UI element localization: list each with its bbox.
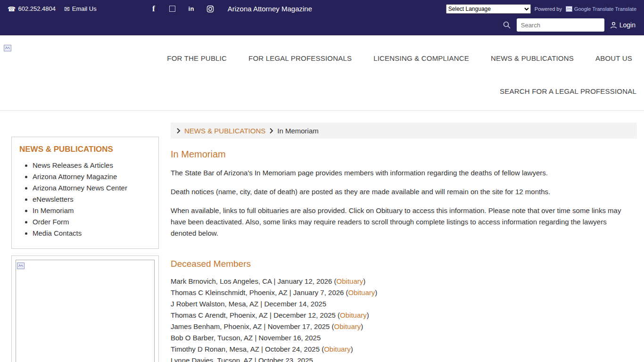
search-input[interactable]: [517, 18, 604, 32]
email-label: Email Us: [72, 5, 97, 12]
nav-item[interactable]: ABOUT US: [595, 54, 632, 62]
contact-block: ☎ 602.252.4804 ✉ Email Us: [8, 5, 97, 13]
email-link[interactable]: ✉ Email Us: [64, 5, 97, 13]
user-icon: [610, 22, 617, 29]
phone-number: 602.252.4804: [18, 5, 56, 12]
sidebar: NEWS & PUBLICATIONS News Releases & Arti…: [11, 137, 159, 362]
member-row: Thomas C Arendt, Phoenix, AZ | December …: [171, 310, 637, 321]
instagram-icon[interactable]: [206, 5, 215, 13]
magazine-title-link[interactable]: Arizona Attorney Magazine: [228, 5, 312, 13]
member-row: Lynne Davies, Tucson, AZ | October 23, 2…: [171, 355, 637, 362]
sidebar-list: News Releases & ArticlesArizona Attorney…: [33, 160, 151, 239]
site-logo-broken-image: [4, 45, 11, 51]
chevron-right-icon: [269, 128, 273, 134]
site-header: FOR THE PUBLICFOR LEGAL PROFESSIONALSLIC…: [0, 35, 644, 111]
intro-paragraph-3: When available, links to full obituaries…: [171, 205, 633, 239]
member-row: J Robert Walston, Mesa, AZ | December 14…: [171, 298, 637, 310]
obituary-link[interactable]: Obituary: [340, 311, 367, 319]
nav-item[interactable]: LICENSING & COMPLIANCE: [373, 54, 469, 62]
translate-widget: Select Language Powered by Google Transl…: [446, 4, 636, 14]
breadcrumb: NEWS & PUBLICATIONS In Memoriam: [171, 123, 637, 139]
search-icon[interactable]: [503, 21, 511, 29]
intro-paragraph-2: Death notices (name, city, date of death…: [171, 186, 633, 197]
facebook-icon[interactable]: f: [149, 5, 158, 13]
deceased-members-heading: Deceased Members: [171, 259, 637, 269]
page-title: In Memoriam: [171, 149, 637, 160]
linkedin-icon[interactable]: in: [187, 5, 196, 13]
nav-item[interactable]: NEWS & PUBLICATIONS: [491, 54, 574, 62]
social-links: f in: [149, 5, 215, 13]
login-label: Login: [619, 21, 636, 29]
topbar: ☎ 602.252.4804 ✉ Email Us f in Arizona A…: [0, 0, 644, 35]
intro-paragraph-1: The State Bar of Arizona's In Memoriam p…: [171, 167, 633, 179]
sidebar-item[interactable]: News Releases & Articles: [33, 160, 151, 171]
obituary-link[interactable]: Obituary: [348, 288, 375, 296]
google-translate-alt-text: Google Translate Translate: [574, 6, 636, 12]
breadcrumb-current: In Memoriam: [277, 127, 319, 135]
page-body: NEWS & PUBLICATIONS News Releases & Arti…: [0, 111, 644, 362]
sidebar-item[interactable]: eNewsletters: [33, 194, 151, 205]
sidebar-item[interactable]: In Memoriam: [33, 205, 151, 216]
chevron-right-icon: [176, 128, 181, 134]
sidebar-item[interactable]: Arizona Attorney News Center: [33, 182, 151, 194]
sidebar-item[interactable]: Media Contacts: [33, 228, 151, 239]
sidebar-title: NEWS & PUBLICATIONS: [19, 145, 151, 154]
sidebar-image-frame: [16, 260, 155, 362]
obituary-link[interactable]: Obituary: [324, 345, 351, 353]
nav-item[interactable]: FOR LEGAL PROFESSIONALS: [248, 54, 352, 62]
sidebar-promo-box: [11, 255, 159, 362]
nav-item-search-legal-professional[interactable]: SEARCH FOR A LEGAL PROFESSIONAL: [500, 87, 636, 95]
sidebar-item[interactable]: Order Form: [33, 216, 151, 228]
member-row: Mark Brnovich, Los Angeles, CA | January…: [171, 276, 637, 287]
breadcrumb-parent-link[interactable]: NEWS & PUBLICATIONS: [184, 127, 265, 135]
sidebar-item[interactable]: Arizona Attorney Magazine: [33, 171, 151, 182]
secondary-nav: SEARCH FOR A LEGAL PROFESSIONAL: [500, 87, 636, 96]
member-row: Thomas C Kleinschmidt, Phoenix, AZ | Jan…: [171, 287, 637, 298]
main-content: NEWS & PUBLICATIONS In Memoriam In Memor…: [171, 123, 637, 362]
phone-link[interactable]: ☎ 602.252.4804: [8, 5, 56, 13]
sidebar-broken-image-icon: [17, 263, 25, 269]
powered-by-label: Powered by: [535, 6, 562, 12]
twitter-icon[interactable]: [168, 5, 177, 13]
sidebar-nav-box: NEWS & PUBLICATIONS News Releases & Arti…: [11, 137, 159, 249]
phone-icon: ☎: [8, 5, 16, 13]
topbar-row-1: ☎ 602.252.4804 ✉ Email Us f in Arizona A…: [0, 0, 644, 17]
member-row: Bob O Barber, Tucson, AZ | November 16, …: [171, 332, 637, 344]
member-row: James Benham, Phoenix, AZ | November 17,…: [171, 321, 637, 332]
nav-item[interactable]: FOR THE PUBLIC: [167, 54, 227, 62]
language-select[interactable]: Select Language: [446, 4, 531, 14]
obituary-link[interactable]: Obituary: [334, 322, 361, 330]
primary-nav: FOR THE PUBLICFOR LEGAL PROFESSIONALSLIC…: [167, 54, 632, 62]
google-translate-broken-image: Google Translate Translate: [566, 6, 636, 12]
topbar-row-2: Login: [0, 17, 644, 35]
obituary-link[interactable]: Obituary: [337, 277, 363, 285]
envelope-icon: ✉: [64, 5, 70, 13]
member-row: Timothy D Ronan, Mesa, AZ | October 24, …: [171, 344, 637, 355]
login-button[interactable]: Login: [610, 21, 636, 29]
members-list: Mark Brnovich, Los Angeles, CA | January…: [171, 276, 637, 362]
broken-image-icon: [566, 6, 572, 12]
